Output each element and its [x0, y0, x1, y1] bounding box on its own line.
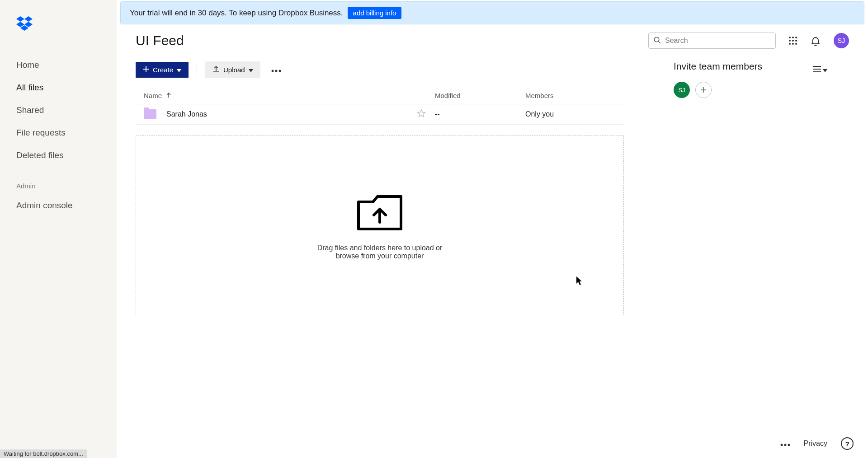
nav-home[interactable]: Home — [0, 54, 117, 76]
folder-upload-icon — [355, 191, 405, 235]
admin-section-header: Admin — [0, 167, 117, 194]
svg-point-10 — [789, 40, 791, 42]
svg-point-32 — [788, 444, 790, 446]
svg-point-11 — [792, 40, 794, 42]
row-modified: -- — [435, 110, 525, 118]
plus-icon — [143, 66, 149, 74]
add-member-button[interactable] — [695, 82, 712, 98]
svg-point-13 — [789, 43, 791, 45]
sort-arrow-up-icon — [166, 92, 171, 99]
nav-file-requests[interactable]: File requests — [0, 122, 117, 144]
svg-marker-1 — [24, 16, 33, 22]
apps-grid-icon[interactable] — [788, 36, 797, 45]
dropzone-text: Drag files and folders here to upload or — [317, 244, 443, 252]
add-billing-info-button[interactable]: add billing info — [348, 7, 402, 19]
page-header: UI Feed SJ — [117, 24, 868, 49]
page-title: UI Feed — [136, 33, 184, 48]
svg-point-31 — [784, 444, 786, 446]
upload-icon — [212, 65, 220, 74]
help-icon[interactable]: ? — [841, 437, 854, 450]
trial-banner-text: Your trial will end in 30 days. To keep … — [130, 9, 343, 18]
table-header: Name Modified Members — [136, 87, 624, 104]
create-button[interactable]: Create — [136, 62, 189, 78]
browser-status-bar: Waiting for bolt.dropbox.com... — [0, 449, 87, 458]
admin-nav-list: Admin console — [0, 194, 117, 217]
svg-point-14 — [792, 43, 794, 45]
svg-marker-18 — [177, 69, 181, 72]
sidebar: Home All files Shared File requests Dele… — [0, 0, 117, 458]
svg-point-30 — [780, 444, 783, 446]
star-icon[interactable] — [417, 109, 426, 120]
footer: Privacy ? — [780, 437, 854, 450]
svg-point-5 — [654, 37, 659, 42]
search-icon — [653, 36, 661, 46]
upload-dropzone[interactable]: Drag files and folders here to upload or… — [136, 136, 624, 315]
nav-all-files[interactable]: All files — [0, 76, 117, 99]
upload-button[interactable]: Upload — [205, 61, 260, 78]
toolbar-divider — [197, 63, 197, 77]
file-table: Name Modified Members Sarah Jonas -- Onl… — [136, 87, 624, 125]
svg-point-7 — [789, 37, 791, 38]
folder-icon — [144, 109, 156, 119]
svg-point-15 — [795, 43, 797, 45]
dropbox-logo[interactable] — [16, 16, 117, 32]
column-header-modified[interactable]: Modified — [435, 92, 525, 99]
svg-marker-19 — [249, 69, 253, 72]
svg-point-22 — [278, 70, 281, 72]
nav-shared[interactable]: Shared — [0, 99, 117, 122]
svg-point-12 — [795, 40, 797, 42]
nav-deleted-files[interactable]: Deleted files — [0, 144, 117, 167]
notifications-icon[interactable] — [810, 35, 821, 46]
column-name-label: Name — [144, 92, 162, 99]
svg-point-9 — [795, 37, 797, 38]
browse-link[interactable]: browse from your computer — [336, 252, 424, 260]
trial-banner: Your trial will end in 30 days. To keep … — [120, 1, 864, 24]
chevron-down-icon — [249, 66, 253, 74]
svg-line-6 — [658, 41, 660, 43]
svg-point-20 — [271, 70, 274, 72]
column-header-name[interactable]: Name — [144, 92, 435, 99]
footer-more-icon[interactable] — [780, 440, 790, 448]
table-row[interactable]: Sarah Jonas -- Only you — [136, 104, 624, 125]
search-input[interactable] — [665, 37, 771, 45]
svg-point-21 — [275, 70, 277, 72]
invite-title: Invite team members — [674, 61, 849, 72]
upload-button-label: Upload — [223, 66, 245, 74]
invite-panel: Invite team members SJ — [674, 61, 868, 98]
row-members: Only you — [525, 110, 616, 118]
main-content: Your trial will end in 30 days. To keep … — [117, 0, 868, 458]
nav-admin-console[interactable]: Admin console — [0, 194, 117, 217]
privacy-link[interactable]: Privacy — [804, 439, 827, 448]
column-header-members[interactable]: Members — [525, 92, 616, 99]
user-avatar[interactable]: SJ — [834, 33, 849, 48]
search-box[interactable] — [648, 33, 776, 49]
row-name: Sarah Jonas — [166, 110, 207, 118]
svg-marker-0 — [16, 16, 24, 22]
create-button-label: Create — [153, 66, 173, 74]
chevron-down-icon — [177, 66, 181, 74]
nav-list: Home All files Shared File requests Dele… — [0, 54, 117, 167]
more-actions-button[interactable] — [269, 63, 284, 76]
team-member-avatar[interactable]: SJ — [674, 82, 690, 98]
svg-marker-27 — [418, 110, 425, 117]
svg-point-8 — [792, 37, 794, 38]
